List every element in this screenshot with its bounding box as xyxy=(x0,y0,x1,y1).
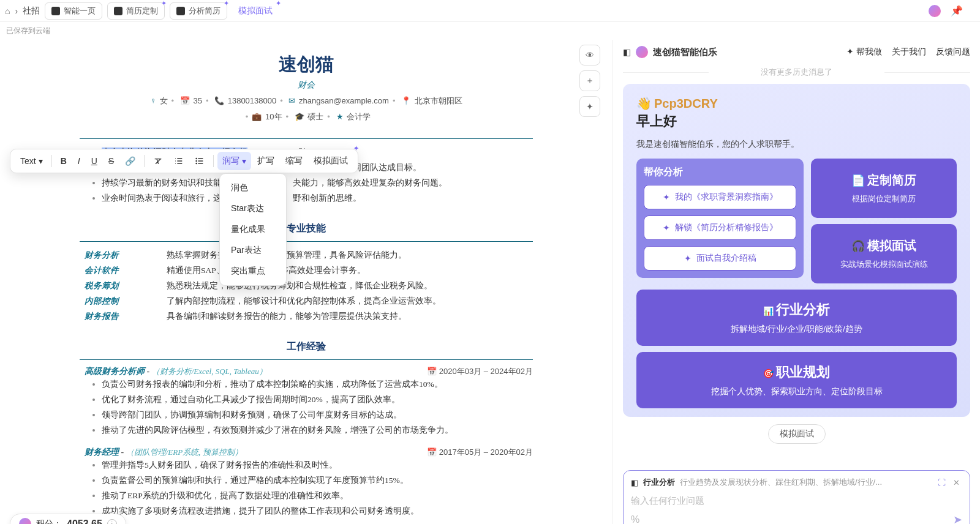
feedback-link[interactable]: 反馈问题 xyxy=(936,47,970,58)
close-icon[interactable]: ✕ xyxy=(951,478,962,487)
avatar-icon[interactable] xyxy=(929,5,941,17)
resume-icon: 📄 xyxy=(851,174,865,187)
analyze-btn-1[interactable]: ✦ 我的《求职背景洞察指南》 xyxy=(644,185,796,209)
ordered-list-button[interactable] xyxy=(169,152,189,170)
underline-button[interactable]: U xyxy=(86,152,102,170)
save-status: 已保存到云端 xyxy=(0,22,980,40)
points-bar[interactable]: 积分： 4053.65 i xyxy=(10,514,126,524)
job-bullets[interactable]: 负责公司财务报表的编制和分析，推动了成本控制策略的实施，成功降低了运营成本10%… xyxy=(80,377,533,438)
preview-button[interactable]: 👁 xyxy=(579,45,600,66)
info-icon[interactable]: i xyxy=(107,519,117,524)
skill-desc: 熟悉税法规定，能够进行税务筹划和合规性检查，降低企业税务风险。 xyxy=(167,279,432,294)
job-bullets[interactable]: 管理并指导5人财务团队，确保了财务报告的准确性和及时性。负责监督公司的预算编制和… xyxy=(80,458,533,519)
skill-row[interactable]: 财务分析熟练掌握财务报表…成本控制和预算管理，具备风险评估能力。 xyxy=(85,248,533,263)
tab-custom-resume[interactable]: 简历定制✦ xyxy=(107,2,165,20)
skill-row[interactable]: 财务报告具备编制和解读财务报告的能力，能够为管理层提供决策支持。 xyxy=(85,309,533,324)
italic-button[interactable]: I xyxy=(73,152,85,170)
skill-row[interactable]: 内部控制了解内部控制流程，能够设计和优化内部控制体系，提高企业运营效率。 xyxy=(85,294,533,309)
panel-icon: ◧ xyxy=(623,47,631,57)
job-bullet: 优化了财务流程，通过自动化工具减少了报告周期时间20%，提高了团队效率。 xyxy=(102,392,533,408)
runxie-button[interactable]: 润写 ▾✦ xyxy=(217,152,251,170)
svg-point-0 xyxy=(196,158,197,159)
skill-name: 财务报告 xyxy=(85,309,152,324)
about-link[interactable]: 关于我们 xyxy=(892,47,926,58)
slash-command-icon[interactable]: % xyxy=(631,514,639,524)
points-value: 4053.65 xyxy=(67,518,102,524)
calendar-icon: 📅 xyxy=(427,447,437,457)
bold-button[interactable]: B xyxy=(56,152,72,170)
analyze-btn-3[interactable]: ✦ 面试自我介绍稿 xyxy=(644,246,796,271)
tab-smart-page[interactable]: 智能一页 xyxy=(45,2,102,20)
editor-column: 👁 ＋ ✦ 速创猫 财会 ♀ 女• 📅 35• 📞 13800138000• ✉… xyxy=(0,40,612,524)
sparkle-icon: ✦ xyxy=(353,144,359,152)
ai-button[interactable]: ✦ xyxy=(579,96,600,117)
strike-button[interactable]: S xyxy=(104,152,119,170)
phone-icon: 📞 xyxy=(214,96,224,105)
email-icon: ✉ xyxy=(288,96,295,105)
career-planning-card[interactable]: 🎯 职业规划 挖掘个人优势、探索职业方向、定位阶段目标 xyxy=(636,352,957,408)
sparkle-icon: ✦ xyxy=(276,0,281,7)
link-button[interactable]: 🔗 xyxy=(120,152,140,170)
skill-desc: 具备编制和解读财务报告的能力，能够为管理层提供决策支持。 xyxy=(167,309,407,324)
svg-point-2 xyxy=(196,163,197,163)
resume-subtitle: 财会 xyxy=(80,80,533,91)
user-name: Pcp3DCRY xyxy=(654,97,718,111)
graduation-icon: 🎓 xyxy=(295,112,304,121)
skill-row[interactable]: 会计软件精通使用SAP、Ora…次件，能够高效处理会计事务。 xyxy=(85,263,533,279)
send-icon[interactable]: ➤ xyxy=(953,513,962,524)
custom-resume-card[interactable]: 📄 定制简历 根据岗位定制简历 xyxy=(811,159,957,218)
chevron-down-icon: ▾ xyxy=(39,156,43,166)
skill-desc: 了解内部控制流程，能够设计和优化内部控制体系，提高企业运营效率。 xyxy=(167,294,441,309)
greeting-card: 👋Pcp3DCRY 早上好 我是速创猫智能伯乐，您的个人求职帮手。 帮你分析 ✦… xyxy=(623,84,970,417)
skill-name: 内部控制 xyxy=(85,294,152,309)
dropdown-item[interactable]: Par表达 xyxy=(220,240,286,261)
chevron-down-icon: ▾ xyxy=(242,156,246,166)
job-bullet: 领导跨部门团队，协调预算编制和财务预测，确保了公司年度财务目标的达成。 xyxy=(102,408,533,423)
expand-icon[interactable]: ⛶ xyxy=(938,478,946,487)
resume-document[interactable]: 速创猫 财会 ♀ 女• 📅 35• 📞 13800138000• ✉ zhang… xyxy=(43,40,570,524)
section-work-title: 工作经验 xyxy=(80,340,533,353)
analyze-btn-2[interactable]: ✦ 解锁《简历分析精修报告》 xyxy=(644,215,796,240)
resume-name: 速创猫 xyxy=(80,52,533,77)
suggestion-chip[interactable]: 模拟面试 xyxy=(768,424,826,444)
pin-icon[interactable]: 📌 xyxy=(951,5,963,17)
tag-icon: ◧ xyxy=(631,478,638,487)
text-format-button[interactable]: Text ▾ xyxy=(15,152,48,170)
job-header[interactable]: 财务经理 - （团队管理/ERP系统, 预算控制）📅2017年05月 – 202… xyxy=(85,447,533,458)
sparkle-icon: ✦ xyxy=(224,0,229,7)
chart-icon: 📊 xyxy=(763,306,774,316)
suoxie-button[interactable]: 缩写 xyxy=(281,152,307,170)
kuoxie-button[interactable]: 扩写 xyxy=(252,152,279,170)
dropdown-item[interactable]: 量化成果 xyxy=(220,219,286,240)
skill-row[interactable]: 税务筹划熟悉税法规定，能够进行税务筹划和合规性检查，降低企业税务风险。 xyxy=(85,279,533,294)
headset-icon: 🎧 xyxy=(851,240,865,252)
home-icon[interactable]: ⌂ xyxy=(5,6,10,16)
target-icon: 🎯 xyxy=(763,369,774,378)
points-label: 积分： xyxy=(36,518,62,524)
calendar-icon: 📅 xyxy=(427,367,437,376)
brand-logo-icon xyxy=(636,46,648,58)
breadcrumb-item[interactable]: 社招 xyxy=(23,6,40,17)
greeting-message: 早上好 xyxy=(636,112,957,130)
job-bullet: 推动了ERP系统的升级和优化，提高了数据处理的准确性和效率。 xyxy=(102,488,533,504)
tab-analyze-resume[interactable]: 分析简历✦ xyxy=(170,2,227,20)
dropdown-item[interactable]: 润色 xyxy=(220,178,286,198)
greeting-subtitle: 我是速创猫智能伯乐，您的个人求职帮手。 xyxy=(636,139,957,150)
location-icon: 📍 xyxy=(401,96,411,105)
bullet-list-button[interactable] xyxy=(190,152,209,170)
industry-analysis-card[interactable]: 📊 行业分析 拆解地域/行业/企业/职能/政策/趋势 xyxy=(636,290,957,346)
dropdown-item[interactable]: 突出重点 xyxy=(220,261,286,282)
dropdown-item[interactable]: Star表达 xyxy=(220,198,286,219)
resume-info-line-1: ♀ 女• 📅 35• 📞 13800138000• ✉ zhangsan@exa… xyxy=(80,95,533,107)
mock-interview-card[interactable]: 🎧 模拟面试 实战场景化模拟面试演练 xyxy=(811,224,957,283)
clear-format-button[interactable] xyxy=(148,152,168,170)
add-button[interactable]: ＋ xyxy=(579,70,600,91)
help-link[interactable]: ✦ 帮我做 xyxy=(846,47,882,58)
history-hint: 没有更多历史消息了 xyxy=(623,67,970,78)
input-tag: 行业分析 xyxy=(643,477,675,488)
mock-interview-button[interactable]: 模拟面试✦ xyxy=(309,152,353,170)
job-header[interactable]: 高级财务分析师 - （财务分析/Excel, SQL, Tableau）📅202… xyxy=(85,366,533,377)
gender-icon: ♀ xyxy=(150,96,156,105)
tab-mock-interview[interactable]: 模拟面试✦ xyxy=(232,3,279,19)
chat-input[interactable] xyxy=(631,493,962,508)
